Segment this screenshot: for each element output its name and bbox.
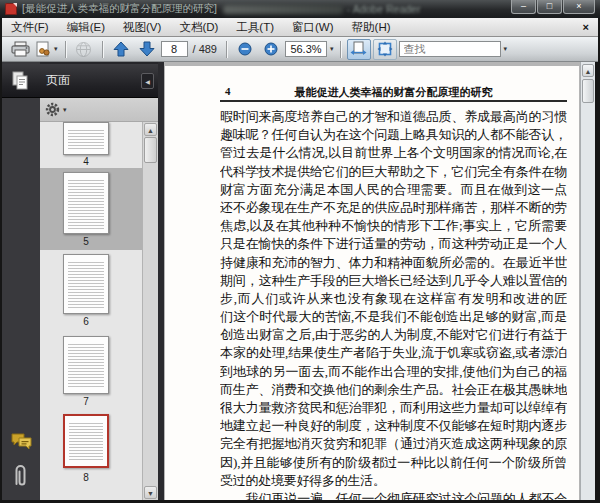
text-line: 暇时间来高度培养自己的才智和道德品质、养成最高尚的习惯和	[220, 108, 567, 126]
maximize-button[interactable]: □	[537, 0, 562, 14]
menu-document[interactable]: 文档(D)	[170, 18, 227, 36]
thumbnail-page-8-current[interactable]	[63, 414, 109, 468]
title-bar: [最能促进人类幸福的财富分配原理的研究] - Adobe Reader – □ …	[0, 0, 600, 18]
menu-tools[interactable]: 工具(T)	[227, 18, 283, 36]
minimize-button[interactable]: –	[511, 0, 536, 14]
document-viewport: 4 最能促进人类幸福的财富分配原理的研究 暇时间来高度培养自己的才智和道德品质、…	[164, 62, 595, 500]
collaborate-button[interactable]: ▾	[34, 39, 59, 60]
header-rule	[220, 100, 567, 102]
scroll-up-arrow[interactable]: ▲	[582, 64, 594, 77]
next-page-button[interactable]	[135, 39, 159, 60]
page-thumbnails-panel: 4 5 6 7 8	[40, 122, 142, 500]
menubar-close-icon[interactable]: ×	[583, 21, 598, 33]
attachments-panel-button[interactable]	[11, 464, 29, 488]
text-line: 趣味呢？任何自认为在这个问题上略具知识的人都不能否认，不	[220, 126, 567, 144]
menu-help[interactable]: 帮助(H)	[343, 18, 400, 36]
text-line: 们这个时代最大的苦恼,不是我们不能创造出足够的财富,而是在	[220, 308, 567, 326]
toolbar-separator	[102, 41, 103, 58]
comments-icon	[11, 433, 32, 450]
zoom-level-input[interactable]	[285, 41, 327, 57]
text-line: 代科学技术提供给它们的巨大帮助之下，它们完全有条件在物质	[220, 163, 567, 181]
text-line: 财富方面充分满足本国人民的合理需要。而且在做到这一点时，	[220, 181, 567, 199]
find-input[interactable]	[399, 41, 501, 57]
scroll-down-arrow[interactable]: ▼	[144, 486, 157, 499]
pages-panel-header: 页面 ◀	[2, 64, 158, 98]
options-dropdown-arrow[interactable]: ▾	[63, 106, 67, 114]
text-line: 本家的处理,结果使生产者陷于失业,流于饥寒或窃盗,或者漂泊	[220, 344, 567, 362]
thumbnail-page-5[interactable]	[63, 172, 109, 234]
thumbnail-page-7[interactable]	[63, 336, 109, 394]
text-line: 只是在愉快的条件下进行适量的劳动，而这种劳动正是一个人保	[220, 235, 567, 253]
text-line: 期间，这种生产手段的巨大增长已经达到几乎令人难以置信的地	[220, 272, 567, 290]
toolbar-separator	[65, 41, 66, 58]
running-header: 4 最能促进人类幸福的财富分配原理的研究	[220, 85, 567, 100]
text-line: 因),并且能够使所有的阶级都过一种比以前任何一个阶级所曾享	[220, 454, 567, 472]
toolbar-separator	[340, 41, 341, 58]
menu-view[interactable]: 视图(V)	[114, 18, 170, 36]
comments-panel-button[interactable]	[11, 433, 32, 450]
scrollbar-thumb[interactable]	[144, 137, 157, 163]
scrolling-pages-icon	[350, 41, 367, 57]
page-count-label: / 489	[193, 43, 217, 55]
find-dropdown-arrow[interactable]: ▾	[504, 45, 508, 53]
running-title: 最能促进人类幸福的财富分配原理的研究	[295, 86, 493, 98]
collapse-panel-button[interactable]: ◀	[141, 73, 154, 89]
thumbnail-options-row: ▾	[40, 98, 158, 122]
share-globe-button[interactable]	[72, 39, 96, 60]
toolbar-separator	[226, 41, 227, 58]
thumbnail-page-4[interactable]	[63, 122, 109, 155]
scrollbar-thumb[interactable]	[582, 79, 594, 103]
text-line: 受过的处境要好得多的生活。	[220, 472, 567, 490]
zoom-in-icon	[264, 42, 278, 56]
gear-icon[interactable]	[45, 102, 60, 117]
thumbnail-label: 6	[63, 316, 109, 327]
text-line: 很大力量救济贫民和惩治罪犯，而利用这些力量却可以绰绰有余	[220, 399, 567, 417]
thumbnail-label: 7	[63, 396, 109, 407]
scroll-up-arrow[interactable]: ▲	[144, 123, 157, 136]
page-number-input[interactable]	[161, 41, 188, 57]
content-area: 页面 ◀ ▾ 4 5 6 7 8 ▲	[2, 62, 595, 500]
previous-page-button[interactable]	[109, 39, 133, 60]
text-line: 焦虑,以及在其他种种不愉快的情形下工作;事实上，它所需要的	[220, 217, 567, 235]
text-line: 地建立起一种良好的制度，这种制度不仅能够在短时期内逐步而	[220, 417, 567, 435]
print-button[interactable]	[8, 39, 32, 60]
close-button[interactable]: ×	[563, 0, 595, 14]
text-line: 到地球的另一面去,而不能作出合理的安排,使他们为自己的福利	[220, 363, 567, 381]
thumbnail-label: 4	[63, 156, 109, 167]
text-line: 还不必象现在生产不充足的供应品时那样痛苦，那样不断的劳累、	[220, 199, 567, 217]
text-line: 管过去是什么情况,以目前世界上各个文明国家的情况而论,在现	[220, 144, 567, 162]
adobe-reader-window: [最能促进人类幸福的财富分配原理的研究] - Adobe Reader – □ …	[0, 0, 600, 503]
zoom-dropdown-arrow[interactable]: ▾	[330, 45, 334, 53]
arrow-up-icon	[113, 41, 129, 57]
text-line: 持健康和充沛的智力、体力和精神面貌所必需的。在最近半世纪	[220, 254, 567, 272]
arrow-down-icon	[139, 41, 155, 57]
window-title-suffix: - Adobe Reader	[347, 3, 421, 15]
zoom-out-icon	[238, 42, 252, 56]
fit-page-button[interactable]	[373, 39, 397, 60]
text-line: 完全有把握地消灭贫穷和犯罪（通过消灭造成这两种现象的原	[220, 435, 567, 453]
paperclip-icon	[11, 464, 29, 488]
collaborate-dropdown-arrow: ▾	[54, 45, 58, 53]
thumbnail-label: 8	[63, 472, 109, 483]
menu-window[interactable]: 窗口(W)	[283, 18, 343, 36]
zoom-out-button[interactable]	[233, 39, 257, 60]
scrolling-mode-button[interactable]	[347, 39, 371, 60]
page-body-text: 暇时间来高度培养自己的才智和道德品质、养成最高尚的习惯和 趣味呢？任何自认为在这…	[220, 108, 567, 500]
text-line: 而生产、消费和交换他们的剩余生产品。社会正在极其愚昧地花	[220, 381, 567, 399]
thumbnail-label: 5	[63, 236, 109, 247]
window-title: [最能促进人类幸福的财富分配原理的研究]	[22, 2, 217, 16]
document-scrollbar[interactable]: ▲	[580, 62, 595, 500]
pages-panel-title: 页面	[46, 72, 70, 89]
menu-file[interactable]: 文件(F)	[2, 18, 58, 36]
thumbnail-page-6[interactable]	[63, 254, 109, 314]
folio-number: 4	[225, 85, 231, 97]
menu-edit[interactable]: 编辑(E)	[58, 18, 114, 36]
redacted-title-blur	[223, 5, 343, 14]
pages-icon	[12, 71, 29, 90]
window-controls: – □ ×	[511, 0, 595, 14]
pdf-page: 4 最能促进人类幸福的财富分配原理的研究 暇时间来高度培养自己的才智和道德品质、…	[165, 66, 579, 500]
thumbnails-scrollbar[interactable]: ▲ ▼	[142, 122, 158, 500]
globe-icon	[75, 41, 92, 58]
zoom-in-button[interactable]	[259, 39, 283, 60]
toolbar: ▾ / 489	[2, 37, 598, 62]
